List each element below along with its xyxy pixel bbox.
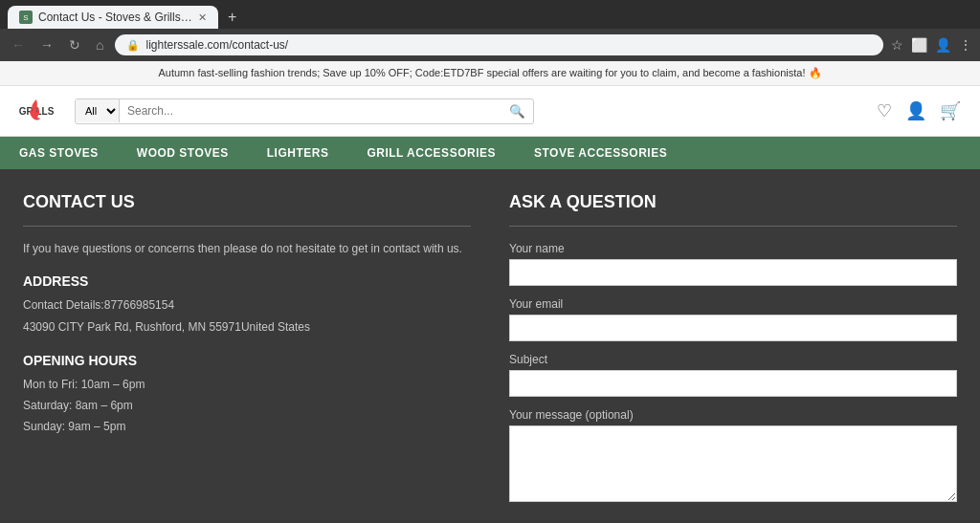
name-input[interactable] [509,259,957,286]
site-content: CONTACT US If you have questions or conc… [0,169,980,523]
subject-field-group: Subject [509,353,957,397]
address-heading: ADDRESS [23,273,471,289]
bookmark-icon[interactable]: ☆ [891,37,903,53]
subject-label: Subject [509,353,957,366]
email-input[interactable] [509,315,957,341]
message-label: Your message (optional) [509,408,957,422]
message-field-group: Your message (optional) [509,408,957,505]
cart-icon[interactable]: 🛒 [940,100,961,121]
address-bar-row: ← → ↻ ⌂ 🔒 ☆ ⬜ 👤 ⋮ [0,29,980,61]
lock-icon: 🔒 [126,39,140,52]
header-icons: ♡ 👤 🛒 [877,100,961,121]
logo-icon: GRILLS [19,94,54,128]
wishlist-icon[interactable]: ♡ [877,100,892,121]
active-tab[interactable]: S Contact Us - Stoves & Grills S... ✕ [8,6,218,29]
nav-grill-accessories[interactable]: GRILL ACCESSORIES [347,137,515,169]
back-button[interactable]: ← [8,35,29,54]
ask-question-divider [509,226,957,227]
search-bar[interactable]: All 🔍 [75,98,534,124]
tab-bar: S Contact Us - Stoves & Grills S... ✕ + [0,0,980,29]
site-header: GRILLS All 🔍 ♡ 👤 🛒 [0,86,980,137]
hours-saturday: Saturday: 8am – 6pm [23,397,471,415]
account-icon[interactable]: 👤 [905,100,926,121]
hours-sunday: Sunday: 9am – 5pm [23,418,471,436]
new-tab-button[interactable]: + [220,9,244,26]
address-line: 43090 CITY Park Rd, Rushford, MN 55971Un… [23,318,471,337]
search-input[interactable] [120,99,501,122]
home-button[interactable]: ⌂ [92,35,107,54]
nav-gas-stoves[interactable]: GAS STOVES [0,137,118,169]
tab-favicon: S [19,11,33,24]
reload-button[interactable]: ↻ [65,35,84,54]
promo-text: Autumn fast-selling fashion trends; Save… [158,67,821,78]
close-tab-button[interactable]: ✕ [198,11,207,24]
tab-title: Contact Us - Stoves & Grills S... [38,11,192,24]
contact-divider [23,226,471,227]
search-category-select[interactable]: All [76,99,120,122]
search-button[interactable]: 🔍 [501,99,533,123]
email-field-group: Your email [509,297,957,341]
site-logo[interactable]: GRILLS [19,94,54,128]
hours-mon-fri: Mon to Fri: 10am – 6pm [23,376,471,394]
profile-icon[interactable]: 👤 [935,37,951,53]
address-bar[interactable]: 🔒 [115,34,883,55]
contact-details: Contact Details:87766985154 [23,296,471,315]
name-label: Your name [509,242,957,255]
ask-question-section: ASK A QUESTION Your name Your email Subj… [509,192,957,523]
website: Autumn fast-selling fashion trends; Save… [0,61,980,523]
contact-us-heading: CONTACT US [23,192,471,212]
name-field-group: Your name [509,242,957,286]
menu-icon[interactable]: ⋮ [959,37,972,53]
nav-stove-accessories[interactable]: STOVE ACCESSORIES [515,137,686,169]
extensions-icon[interactable]: ⬜ [911,37,927,53]
subject-input[interactable] [509,370,957,397]
hours-section: OPENING HOURS Mon to Fri: 10am – 6pm Sat… [23,353,471,437]
nav-wood-stoves[interactable]: WOOD STOVES [118,137,248,169]
browser-actions: ☆ ⬜ 👤 ⋮ [891,37,972,53]
forward-button[interactable]: → [36,35,57,54]
nav-lighters[interactable]: LIGHTERS [248,137,348,169]
hours-heading: OPENING HOURS [23,353,471,368]
ask-question-heading: ASK A QUESTION [509,192,957,212]
url-input[interactable] [145,38,872,52]
promo-bar: Autumn fast-selling fashion trends; Save… [0,61,980,86]
site-nav: GAS STOVES WOOD STOVES LIGHTERS GRILL AC… [0,137,980,169]
contact-intro: If you have questions or concerns then p… [23,240,471,258]
contact-info-section: CONTACT US If you have questions or conc… [23,192,471,523]
email-label: Your email [509,297,957,311]
message-textarea[interactable] [509,425,957,502]
